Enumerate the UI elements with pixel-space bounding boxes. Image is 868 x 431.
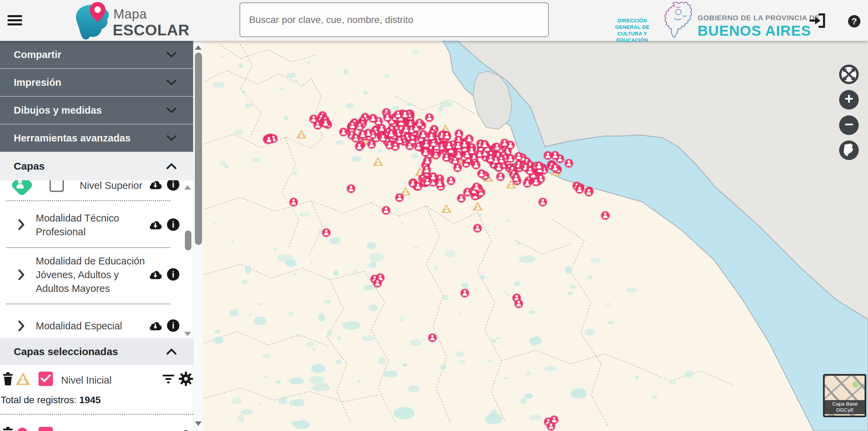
partial-row-checkbox[interactable]	[38, 427, 53, 431]
school-marker[interactable]	[487, 155, 494, 163]
school-marker[interactable]	[382, 206, 390, 214]
warning-marker[interactable]	[373, 157, 383, 166]
help-icon[interactable]: ?	[848, 15, 860, 27]
school-marker[interactable]	[512, 174, 520, 182]
school-marker[interactable]	[378, 124, 386, 132]
school-marker[interactable]	[340, 128, 347, 136]
school-marker[interactable]	[415, 119, 423, 127]
sidebar-scrollbar[interactable]	[193, 41, 203, 431]
province-extent-control[interactable]	[839, 140, 859, 160]
login-icon[interactable]	[808, 12, 826, 29]
warning-marker[interactable]	[400, 186, 411, 195]
school-marker[interactable]	[347, 185, 355, 193]
expand-chevron-icon[interactable]	[18, 269, 25, 281]
school-marker[interactable]	[425, 114, 433, 122]
zoom-out-control[interactable]: −	[839, 115, 859, 135]
inner-scroll-thumb[interactable]	[185, 230, 191, 250]
school-marker[interactable]	[515, 300, 523, 308]
info-icon[interactable]: i	[167, 218, 179, 231]
inner-scroll-down[interactable]	[184, 332, 191, 336]
accordion-capas-seleccionadas[interactable]: Capas seleccionadas	[0, 338, 193, 365]
school-marker[interactable]	[493, 143, 501, 151]
school-marker[interactable]	[523, 179, 531, 187]
school-marker[interactable]	[290, 198, 298, 206]
school-marker[interactable]	[585, 188, 593, 196]
download-cloud-icon[interactable]	[148, 321, 162, 331]
school-marker[interactable]	[265, 136, 273, 144]
school-marker[interactable]	[419, 131, 427, 138]
school-marker[interactable]	[352, 134, 360, 142]
school-marker[interactable]	[356, 123, 364, 131]
accordion-dibujos[interactable]: Dibujos y medidas	[0, 97, 193, 124]
school-marker[interactable]	[322, 229, 330, 237]
school-marker[interactable]	[551, 151, 559, 159]
school-marker[interactable]	[348, 122, 356, 129]
school-marker[interactable]	[495, 163, 503, 171]
school-marker[interactable]	[423, 157, 431, 165]
school-marker[interactable]	[355, 143, 363, 150]
school-marker[interactable]	[526, 167, 534, 175]
school-marker[interactable]	[461, 289, 469, 297]
school-marker[interactable]	[374, 279, 381, 287]
accordion-impresion[interactable]: Impresión	[0, 69, 193, 96]
map-canvas[interactable]	[203, 41, 868, 431]
school-marker[interactable]	[423, 178, 431, 186]
pan-extent-control[interactable]	[839, 65, 859, 84]
school-marker[interactable]	[472, 183, 480, 191]
school-marker[interactable]	[447, 177, 455, 185]
menu-hamburger-icon[interactable]	[8, 15, 22, 27]
school-marker[interactable]	[322, 119, 330, 127]
inner-scroll-up[interactable]	[184, 185, 191, 190]
school-marker[interactable]	[474, 224, 481, 232]
school-marker[interactable]	[457, 194, 465, 202]
scroll-thumb[interactable]	[195, 53, 202, 245]
expand-chevron-icon[interactable]	[18, 219, 25, 230]
school-marker[interactable]	[422, 140, 430, 148]
school-marker[interactable]	[501, 139, 509, 147]
download-cloud-icon[interactable]	[148, 180, 162, 190]
accordion-herramientas[interactable]: Herramientas avanzadas	[0, 124, 193, 152]
scroll-down-arrow[interactable]	[195, 421, 202, 426]
gear-icon[interactable]	[179, 428, 193, 431]
school-marker[interactable]	[544, 151, 552, 159]
gear-icon[interactable]	[179, 372, 193, 386]
trash-icon[interactable]	[3, 427, 13, 431]
school-marker[interactable]	[401, 111, 409, 118]
school-marker[interactable]	[472, 161, 480, 169]
scroll-up-arrow[interactable]	[195, 45, 202, 50]
base-layer-widget[interactable]: Capa Base DGCyE	[823, 374, 866, 417]
nivel-inicial-checkbox[interactable]	[38, 372, 53, 386]
school-marker[interactable]	[497, 173, 504, 181]
school-marker[interactable]	[429, 334, 436, 342]
school-marker[interactable]	[368, 140, 376, 148]
school-marker[interactable]	[396, 194, 403, 202]
school-marker[interactable]	[507, 155, 514, 162]
school-marker[interactable]	[468, 147, 476, 155]
school-marker[interactable]	[454, 164, 461, 172]
school-marker[interactable]	[414, 182, 422, 190]
zoom-in-control[interactable]: +	[839, 90, 859, 110]
school-marker[interactable]	[310, 115, 318, 123]
school-marker[interactable]	[443, 132, 451, 140]
school-marker[interactable]	[565, 159, 573, 167]
info-icon[interactable]: i	[167, 319, 179, 332]
school-marker[interactable]	[601, 212, 609, 219]
school-marker[interactable]	[515, 152, 523, 160]
school-marker[interactable]	[539, 198, 547, 206]
school-marker[interactable]	[532, 178, 540, 186]
trash-icon[interactable]	[3, 372, 13, 385]
expand-chevron-icon[interactable]	[18, 320, 25, 332]
school-marker[interactable]	[547, 422, 555, 430]
warning-marker[interactable]	[296, 129, 307, 138]
info-icon[interactable]: i	[167, 268, 179, 281]
download-cloud-icon[interactable]	[148, 270, 162, 280]
school-marker[interactable]	[383, 113, 391, 121]
warning-marker[interactable]	[441, 204, 452, 213]
school-marker[interactable]	[576, 185, 583, 193]
warning-marker[interactable]	[472, 202, 483, 211]
accordion-compartir[interactable]: Compartir	[0, 41, 193, 68]
search-input[interactable]	[240, 2, 549, 37]
school-marker[interactable]	[369, 114, 377, 122]
accordion-capas[interactable]: Capas	[0, 152, 193, 180]
filter-icon[interactable]	[162, 374, 175, 384]
